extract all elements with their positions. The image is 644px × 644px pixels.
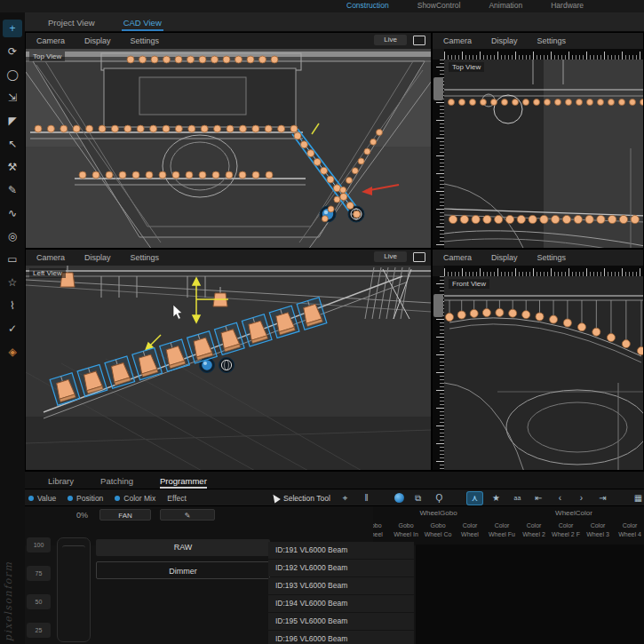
dimmer-fader[interactable] (57, 537, 91, 642)
fixture-row[interactable]: ID:194 VL6000 Beam (268, 595, 414, 612)
viewport-bottom-right: Camera Display Settings Front View (432, 249, 644, 471)
monitor-icon[interactable] (413, 252, 425, 262)
preset-buttons: 100755025 (27, 537, 51, 638)
live-button[interactable]: Live (374, 251, 407, 262)
camera-menu[interactable]: Camera (441, 252, 473, 263)
fan-button[interactable]: FAN (99, 509, 151, 521)
grid-icon[interactable]: ▦ (631, 492, 644, 505)
tab-programmer[interactable]: Programmer (160, 476, 207, 489)
wheel-column-header[interactable]: GoboWheel (373, 521, 390, 539)
filter-position[interactable]: Position (68, 494, 103, 503)
camera-menu[interactable]: Camera (35, 252, 67, 263)
tab-library[interactable]: Library (48, 476, 74, 489)
wheel-column-header[interactable]: ColorWheel 3 (582, 521, 614, 539)
prev-button[interactable]: ‹ (553, 492, 568, 505)
live-button[interactable]: Live (374, 35, 407, 45)
display-menu[interactable]: Display (83, 252, 113, 263)
target-tool-icon[interactable]: ⌖ (338, 492, 353, 505)
material-tool-icon[interactable]: ◈ (3, 343, 22, 361)
bottom-panel: Library Patching Programmer ValuePositio… (25, 471, 644, 644)
camera-menu[interactable]: Camera (441, 36, 473, 46)
panel-tabs: Library Patching Programmer (25, 472, 207, 489)
wheel-column-header[interactable]: ColorWheel 2 (518, 521, 550, 539)
scale-widget[interactable] (433, 294, 443, 317)
globe-badge-dark (219, 358, 235, 373)
preset-25[interactable]: 25 (27, 623, 51, 638)
fixture-row[interactable]: ID:195 VL6000 Beam (268, 613, 414, 630)
fixture-dot-row[interactable] (449, 215, 639, 223)
fixture-row[interactable]: ID:192 VL6000 Beam (268, 560, 414, 576)
scale-widget[interactable] (433, 77, 443, 100)
rectangle-tool-icon[interactable]: ▭ (3, 250, 22, 268)
display-menu[interactable]: Display (489, 252, 520, 263)
dimmer-button[interactable]: Dimmer (96, 561, 270, 579)
tab-project-view[interactable]: Project View (46, 18, 97, 31)
layers-icon[interactable]: ⧉ (410, 492, 425, 505)
selection-tool[interactable]: Selection Tool (272, 489, 330, 506)
cad-canvas-front-view[interactable] (444, 276, 643, 470)
star-tool-icon[interactable]: ☆ (3, 274, 22, 291)
display-menu[interactable]: Display (489, 36, 520, 46)
rotate-tool-icon[interactable]: ⟳ (3, 43, 22, 60)
raw-button[interactable]: RAW (96, 539, 270, 556)
settings-menu[interactable]: Settings (129, 36, 162, 46)
fixture-row[interactable]: ID:193 VL6000 Beam (268, 577, 414, 594)
fixture-row[interactable]: ID:191 VL6000 Beam (268, 542, 414, 559)
cad-canvas-left-view[interactable] (26, 266, 431, 470)
first-button[interactable]: ⇤ (531, 492, 546, 505)
wheel-column-header[interactable]: GoboWheel Co (422, 521, 454, 539)
filter-label: Position (76, 494, 103, 503)
camera-menu[interactable]: Camera (35, 36, 67, 46)
curve-tool-icon[interactable]: ∿ (3, 204, 22, 222)
next-button[interactable]: › (574, 492, 589, 505)
scale-tool-icon[interactable]: ⇲ (3, 89, 22, 107)
world-icon[interactable] (394, 493, 404, 503)
monitor-icon[interactable] (413, 36, 425, 45)
edit-button[interactable]: ✎ (160, 509, 215, 521)
filter-color-mix[interactable]: Color Mix (115, 494, 155, 503)
settings-menu[interactable]: Settings (536, 252, 568, 263)
settings-menu[interactable]: Settings (129, 252, 162, 263)
transform-tool-icon[interactable]: + (3, 20, 22, 37)
column-label: Color (614, 521, 644, 530)
settings-menu[interactable]: Settings (536, 36, 568, 46)
fixture-dot-row[interactable] (79, 171, 273, 179)
cad-canvas-top-view-2[interactable] (444, 60, 643, 248)
column-label: Gobo (422, 521, 454, 530)
column-label: Wheel 3 (582, 530, 614, 539)
star-icon[interactable]: ★ (489, 492, 504, 505)
pause-icon[interactable]: ‖ (359, 492, 374, 505)
check-tool-icon[interactable]: ✓ (3, 320, 22, 338)
preset-75[interactable]: 75 (27, 566, 51, 581)
pointer-tool-icon[interactable]: ↖ (3, 135, 22, 153)
wheel-column-header[interactable]: ColorWheel 4 (614, 521, 644, 539)
wrench-tool-icon[interactable]: ⚒ (3, 158, 22, 176)
last-button[interactable]: ⇥ (595, 492, 610, 505)
text-size-icon[interactable]: aa (510, 492, 525, 505)
cad-canvas-top-view[interactable] (26, 49, 431, 248)
filter-label: Effect (167, 494, 187, 503)
tab-patching[interactable]: Patching (100, 476, 133, 489)
bulb-icon[interactable]: Ϙ (432, 492, 447, 505)
flag-tool-icon[interactable]: ◤ (3, 112, 22, 130)
polyline-tool-icon[interactable]: ⌇ (3, 297, 22, 314)
highlight-icon[interactable]: ⋏ (467, 492, 482, 505)
fixture-row[interactable]: ID:196 VL6000 Beam (268, 631, 414, 644)
pencil-tool-icon[interactable]: ✎ (3, 181, 22, 199)
preset-50[interactable]: 50 (27, 594, 51, 609)
orbit-tool-icon[interactable]: ◯ (3, 66, 22, 83)
column-label: Wheel Co (422, 530, 454, 539)
tab-cad-view[interactable]: CAD View (122, 18, 163, 31)
display-menu[interactable]: Display (83, 36, 113, 46)
wheel-column-header[interactable]: GoboWheel In (390, 521, 422, 539)
ellipse-tool-icon[interactable]: ◎ (3, 227, 22, 245)
filter-value[interactable]: Value (28, 494, 56, 503)
column-label: Wheel 2 (518, 530, 550, 539)
viewport-label: Top View (449, 62, 484, 72)
wheel-column-header[interactable]: ColorWheel Fu (486, 521, 518, 539)
wheel-column-header[interactable]: ColorWheel 2 F (550, 521, 582, 539)
wheel-column-header[interactable]: ColorWheel (454, 521, 486, 539)
fixture-dot-row[interactable] (35, 125, 298, 132)
filter-effect[interactable]: Effect (167, 494, 187, 503)
preset-100[interactable]: 100 (27, 537, 51, 553)
